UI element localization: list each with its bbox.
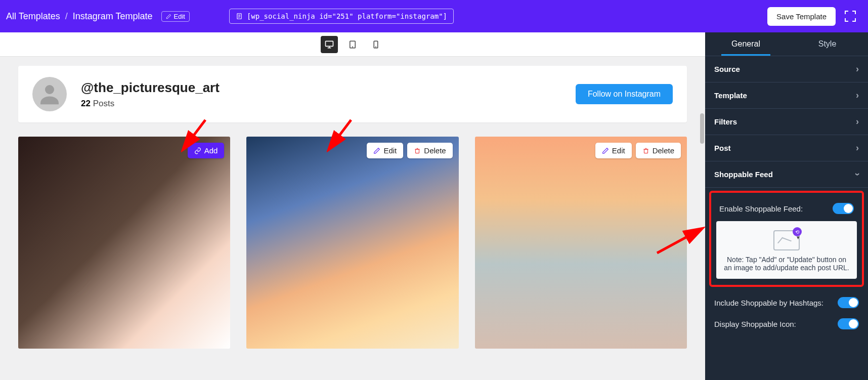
profile-header: @the_picturesque_art 22 Posts Follow on …: [18, 66, 687, 122]
post-card[interactable]: Add: [18, 137, 230, 349]
delete-button[interactable]: Delete: [407, 143, 452, 158]
chevron-right-icon: ›: [856, 143, 859, 153]
post-image: [246, 137, 458, 349]
chevron-right-icon: ›: [856, 116, 859, 127]
chevron-down-icon: ›: [852, 173, 863, 176]
highlighted-annotation: Enable Shoppable Feed: ⟲ ▾ Note: Tap "Ad…: [709, 191, 864, 287]
breadcrumb: All Templates / Instagram Template Edit: [6, 11, 190, 22]
post-image: [475, 137, 687, 349]
fullscreen-icon[interactable]: [845, 11, 856, 22]
pencil-icon: [373, 147, 380, 154]
edit-button[interactable]: Edit: [367, 143, 403, 158]
profile-handle: @the_picturesque_art: [81, 80, 220, 96]
edit-button[interactable]: Edit: [595, 143, 632, 158]
svg-point-8: [353, 47, 353, 47]
post-card[interactable]: Edit Delete: [246, 137, 458, 349]
pencil-icon: [602, 147, 609, 154]
follow-button[interactable]: Follow on Instagram: [576, 84, 673, 104]
breadcrumb-current: Instagram Template: [73, 11, 153, 22]
edit-name-button[interactable]: Edit: [161, 11, 189, 22]
include-hashtags-label: Include Shoppable by Hashtags:: [714, 299, 823, 307]
settings-sidebar: General Style Source› Template› Filters›…: [705, 32, 868, 380]
device-mobile-button[interactable]: [367, 36, 384, 53]
device-desktop-button[interactable]: [321, 36, 338, 53]
svg-rect-12: [416, 149, 419, 153]
link-icon: [194, 147, 201, 154]
section-template[interactable]: Template›: [705, 82, 868, 109]
scrollbar[interactable]: [700, 113, 704, 144]
save-template-button[interactable]: Save Template: [767, 7, 836, 26]
section-filters[interactable]: Filters›: [705, 109, 868, 135]
delete-button[interactable]: Delete: [636, 143, 681, 158]
svg-rect-4: [326, 41, 333, 46]
svg-point-11: [45, 85, 54, 94]
breadcrumb-parent[interactable]: All Templates: [6, 11, 60, 22]
add-button[interactable]: Add: [188, 143, 225, 158]
document-icon: [236, 13, 243, 20]
include-hashtags-toggle[interactable]: [838, 297, 859, 308]
image-placeholder-icon: ⟲ ▾: [773, 230, 800, 250]
enable-shoppable-toggle[interactable]: [833, 203, 854, 214]
display-icon-toggle[interactable]: [838, 318, 859, 329]
svg-point-10: [376, 47, 376, 47]
section-shoppable-feed[interactable]: Shoppable Feed›: [705, 161, 868, 188]
avatar: [32, 77, 67, 111]
tab-general[interactable]: General: [705, 32, 787, 56]
breadcrumb-separator: /: [65, 11, 68, 22]
svg-rect-13: [644, 149, 647, 153]
post-image: [18, 137, 230, 349]
cursor-icon: ▾: [797, 234, 800, 241]
post-card[interactable]: Edit Delete: [475, 137, 687, 349]
section-post[interactable]: Post›: [705, 135, 868, 161]
section-source[interactable]: Source›: [705, 56, 868, 82]
shortcode-display[interactable]: [wp_social_ninja id="251" platform="inst…: [229, 9, 454, 24]
tab-style[interactable]: Style: [787, 32, 868, 56]
display-icon-label: Display Shoppable Icon:: [714, 320, 796, 328]
trash-icon: [414, 147, 421, 154]
enable-shoppable-label: Enable Shoppable Feed:: [719, 204, 803, 213]
chevron-right-icon: ›: [856, 64, 859, 74]
chevron-right-icon: ›: [856, 90, 859, 101]
post-count: 22 Posts: [81, 99, 220, 109]
trash-icon: [642, 147, 649, 154]
shoppable-note-card: ⟲ ▾ Note: Tap "Add" or "Update" button o…: [716, 221, 857, 279]
device-tablet-button[interactable]: [344, 36, 361, 53]
